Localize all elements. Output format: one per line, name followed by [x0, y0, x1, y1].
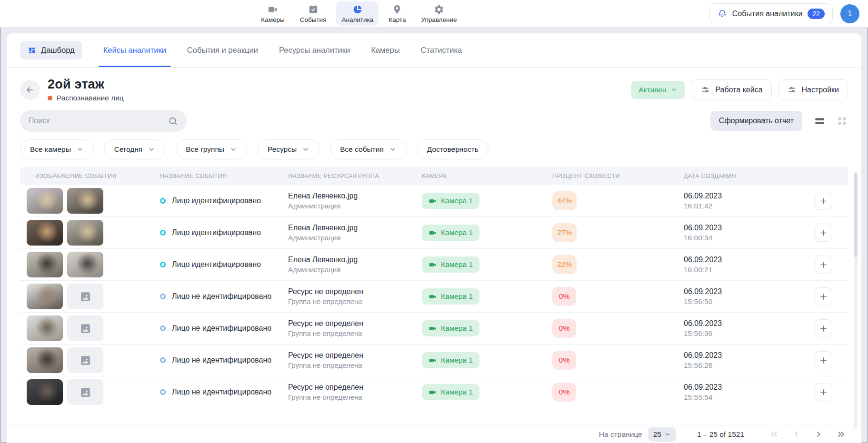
add-button[interactable]	[814, 192, 832, 210]
camera-label: Камера 1	[441, 197, 473, 205]
event-snapshot[interactable]	[67, 188, 103, 214]
vertical-scrollbar[interactable]	[854, 171, 858, 429]
camera-badge[interactable]: Камера 1	[422, 225, 479, 241]
case-work-button[interactable]: Работа кейса	[692, 79, 771, 100]
table-row[interactable]: Лицо не идентифицированоРесурс не опреде…	[20, 281, 848, 313]
list-view-icon[interactable]	[814, 115, 826, 127]
event-status-ring-icon	[160, 357, 166, 363]
tab[interactable]: События и реакции	[187, 33, 258, 67]
add-button[interactable]	[814, 319, 832, 337]
analytics-events-button[interactable]: События аналитики 22	[709, 3, 833, 24]
pagination-arrows	[769, 429, 846, 439]
generate-report-button[interactable]: Сформировать отчет	[710, 111, 802, 131]
top-bar: КамерыСобытияАналитикаКартаУправление Со…	[0, 0, 868, 28]
nav-item-calendar-event[interactable]: События	[295, 1, 332, 26]
event-snapshot[interactable]	[27, 220, 63, 246]
tab[interactable]: Кейсы аналитики	[103, 33, 166, 67]
camera-badge[interactable]: Камера 1	[422, 288, 479, 305]
created-time: 15:56:26	[684, 361, 809, 370]
add-button[interactable]	[814, 383, 832, 401]
settings-button[interactable]: Настройки	[778, 79, 848, 100]
event-snapshot[interactable]	[27, 379, 63, 405]
back-button[interactable]	[20, 80, 40, 100]
table-row[interactable]: Лицо идентифицированоЕлена Левченко.jpgА…	[20, 249, 848, 281]
nav-item-map-pin[interactable]: Карта	[383, 1, 411, 26]
per-page-label: На странице	[599, 430, 642, 439]
resource-name: Елена Левченко.jpg	[288, 256, 422, 264]
camera-badge[interactable]: Камера 1	[422, 193, 479, 209]
filter-dropdown[interactable]: Все события	[330, 139, 407, 159]
search-box[interactable]	[20, 110, 187, 132]
event-snapshot[interactable]	[27, 347, 63, 373]
nav-item-video-camera[interactable]: Камеры	[256, 1, 289, 26]
actions-cell	[809, 224, 848, 242]
grid-view-icon[interactable]	[836, 115, 848, 127]
table-body: Лицо идентифицированоЕлена Левченко.jpgА…	[20, 185, 848, 425]
filter-label: Все события	[340, 145, 384, 154]
table-row[interactable]: Лицо идентифицированоЕлена Левченко.jpgА…	[20, 217, 848, 249]
event-snapshot[interactable]	[27, 315, 63, 341]
resource-cell: Елена Левченко.jpgАдминистрация	[288, 256, 422, 274]
event-name: Лицо идентифицировано	[172, 197, 261, 205]
first-page-icon[interactable]	[769, 429, 779, 439]
event-snapshot[interactable]	[27, 188, 63, 214]
table-row[interactable]: Лицо идентифицированоЕлена Левченко.jpgА…	[20, 185, 848, 217]
camera-label: Камера 1	[441, 324, 473, 333]
search-input[interactable]	[29, 117, 168, 125]
last-page-icon[interactable]	[836, 429, 846, 439]
next-page-icon[interactable]	[814, 429, 824, 439]
event-snapshot[interactable]	[67, 220, 103, 246]
per-page-select[interactable]: 25	[648, 427, 676, 442]
table-row[interactable]: Лицо не идентифицированоРесурс не опреде…	[20, 345, 848, 376]
camera-cell: Камера 1	[422, 352, 552, 368]
resource-name: Елена Левченко.jpg	[288, 224, 422, 232]
similarity-badge: 44%	[552, 191, 577, 210]
camera-badge[interactable]: Камера 1	[422, 320, 479, 336]
camera-badge[interactable]: Камера 1	[422, 256, 479, 273]
event-status-ring-icon	[160, 389, 166, 395]
filter-label: Ресурсы	[268, 145, 297, 154]
resource-group: Администрация	[288, 266, 422, 274]
add-button[interactable]	[814, 256, 832, 274]
video-camera-icon	[429, 325, 437, 333]
nav-item-gear[interactable]: Управление	[416, 1, 462, 26]
date-cell: 06.09.202315:56:36	[684, 319, 809, 338]
camera-cell: Камера 1	[422, 193, 552, 209]
event-snapshot[interactable]	[27, 284, 63, 309]
camera-badge[interactable]: Камера 1	[422, 352, 479, 368]
filter-dropdown[interactable]: Сегодня	[104, 139, 165, 159]
event-snapshot[interactable]	[67, 252, 103, 277]
created-time: 15:56:36	[684, 329, 809, 338]
event-images-cell	[20, 252, 160, 277]
add-button[interactable]	[814, 351, 832, 369]
status-dropdown[interactable]: Активен	[631, 81, 685, 99]
filter-dropdown[interactable]: Все группы	[176, 139, 247, 159]
video-camera-icon	[268, 4, 278, 15]
camera-badge[interactable]: Камера 1	[422, 384, 479, 400]
user-avatar[interactable]: 1	[840, 4, 859, 23]
tab[interactable]: Камеры	[371, 33, 399, 67]
topbar-right: События аналитики 22 1	[709, 3, 859, 24]
status-label: Активен	[639, 86, 666, 94]
event-snapshot[interactable]	[27, 252, 63, 277]
per-page-value: 25	[653, 430, 661, 439]
table-row[interactable]: Лицо не идентифицированоРесурс не опреде…	[20, 313, 848, 345]
filter-dropdown[interactable]: Достоверность	[417, 139, 489, 159]
case-actions: Активен Работа кейса Настройки	[631, 79, 848, 100]
similarity-badge: 0%	[552, 287, 576, 306]
tab[interactable]: Ресурсы аналитики	[279, 33, 350, 67]
nav-item-pie-chart[interactable]: Аналитика	[336, 1, 379, 26]
table-row[interactable]: Лицо не идентифицированоРесурс не опреде…	[20, 376, 848, 408]
tab-dashboard[interactable]: Дашборд	[20, 41, 82, 59]
prev-page-icon[interactable]	[791, 429, 801, 439]
filter-dropdown[interactable]: Ресурсы	[258, 139, 319, 159]
tab[interactable]: Статистика	[421, 33, 462, 67]
date-cell: 06.09.202316:00:21	[684, 256, 809, 274]
add-button[interactable]	[814, 287, 832, 305]
resource-cell: Ресурс не определенГруппа не определена	[288, 287, 422, 305]
sliders-icon	[788, 85, 797, 94]
scrollbar-thumb[interactable]	[854, 174, 858, 257]
pie-chart-icon	[352, 4, 363, 15]
add-button[interactable]	[814, 224, 832, 242]
filter-dropdown[interactable]: Все камеры	[20, 139, 94, 159]
